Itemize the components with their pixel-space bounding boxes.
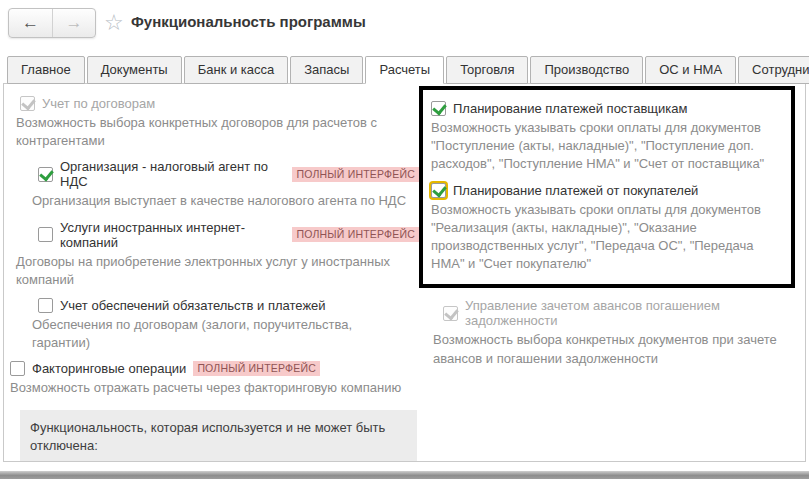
right-column: Планирование платежей поставщикамВозможн…: [419, 84, 805, 461]
tab-документы[interactable]: Документы: [87, 56, 182, 84]
tab-торговля[interactable]: Торговля: [446, 56, 528, 84]
lower-feature-group: Управление зачетом авансов погашением за…: [431, 298, 805, 367]
feature-checkbox[interactable]: [431, 101, 446, 116]
feature-checkbox[interactable]: [20, 96, 35, 111]
locked-functionality-box: Функциональность, которая используется и…: [20, 410, 417, 463]
tab-производство[interactable]: Производство: [530, 56, 643, 84]
forward-button[interactable]: →: [52, 9, 95, 37]
tab-банк-и-касса[interactable]: Банк и касса: [184, 56, 289, 84]
full-interface-badge: ПОЛНЫЙ ИНТЕРФЕЙС: [292, 167, 419, 182]
tab-ос-и-нма[interactable]: ОС и НМА: [645, 56, 736, 84]
feature-description: Обеспечения по договорам (залоги, поручи…: [32, 316, 411, 352]
feature-checkbox-label[interactable]: Услуги иностранных интернет-компаний: [60, 220, 285, 250]
tab-главное[interactable]: Главное: [7, 56, 85, 84]
full-interface-badge: ПОЛНЫЙ ИНТЕРФЕЙС: [292, 227, 419, 242]
history-nav: ← →: [8, 8, 96, 38]
feature-checkbox-label[interactable]: Планирование платежей поставщикам: [453, 101, 687, 116]
back-button[interactable]: ←: [9, 9, 52, 37]
feature-description: Организация выступает в качестве налогов…: [32, 192, 411, 210]
feature-checkbox[interactable]: [443, 306, 458, 321]
tab-strip: ГлавноеДокументыБанк и кассаЗапасыРасчет…: [3, 57, 806, 84]
favorite-star-icon[interactable]: ☆: [104, 10, 124, 36]
feature-checkbox-label[interactable]: Планирование платежей от покупателей: [453, 183, 698, 198]
feature-checkbox-label[interactable]: Организация - налоговый агент по НДС: [60, 159, 285, 189]
feature-description: Возможность указывать сроки оплаты для д…: [431, 201, 775, 274]
feature-checkbox[interactable]: [38, 298, 53, 313]
annotation-highlight-box: Планирование платежей поставщикамВозможн…: [419, 86, 795, 288]
feature-description: Договоры на приобретение электронных усл…: [16, 253, 411, 289]
feature-checkbox[interactable]: [10, 361, 25, 376]
feature-checkbox-label[interactable]: Факторинговые операции: [32, 361, 186, 376]
tab-расчеты[interactable]: Расчеты: [365, 56, 444, 84]
feature-checkbox[interactable]: [431, 183, 446, 198]
functionality-window: ← → ☆ Функциональность программы Главное…: [0, 0, 809, 479]
feature-checkbox-label[interactable]: Учет обеспечений обязательств и платежей: [60, 298, 326, 313]
tab-сотрудники[interactable]: Сотрудники: [738, 56, 809, 84]
settings-panel: Учет по договорамВозможность выбора конк…: [3, 84, 806, 462]
feature-checkbox-label[interactable]: Учет по договорам: [42, 96, 155, 111]
feature-description: Возможность указывать сроки оплаты для д…: [431, 119, 775, 174]
feature-checkbox[interactable]: [38, 167, 53, 182]
locked-functionality-text: Функциональность, которая используется и…: [30, 419, 407, 455]
tab-запасы[interactable]: Запасы: [290, 56, 363, 84]
window-bottom-edge: [0, 471, 809, 479]
page-title: Функциональность программы: [131, 13, 366, 30]
feature-checkbox[interactable]: [38, 227, 53, 242]
left-column: Учет по договорамВозможность выбора конк…: [4, 84, 419, 461]
feature-description: Возможность выбора конкретных документов…: [433, 331, 797, 367]
feature-description: Возможность выбора конкретных договоров …: [16, 114, 411, 150]
full-interface-badge: ПОЛНЫЙ ИНТЕРФЕЙС: [193, 361, 320, 376]
feature-checkbox-label[interactable]: Управление зачетом авансов погашением за…: [465, 298, 805, 328]
feature-description: Возможность отражать расчеты через факто…: [10, 379, 411, 397]
